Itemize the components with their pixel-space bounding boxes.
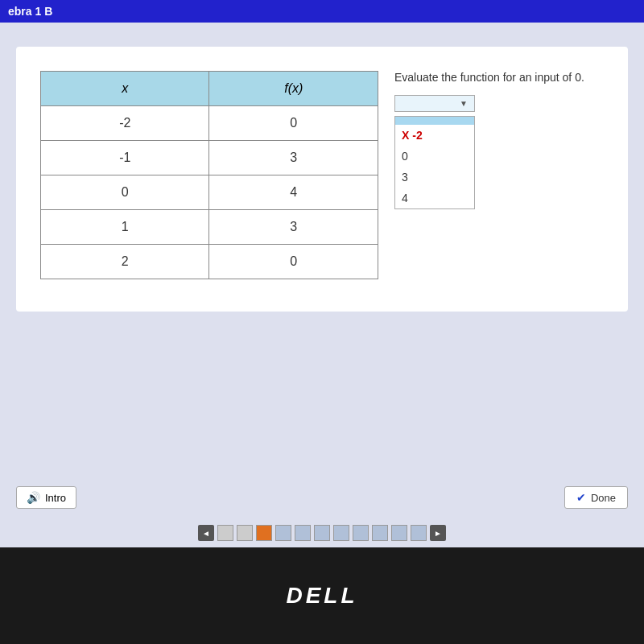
table-cell-x-1: -1 <box>41 141 209 175</box>
dropdown-option-0[interactable]: 0 <box>395 146 474 167</box>
table-row: -1 3 <box>41 141 378 175</box>
table-header-x: x <box>41 72 209 106</box>
nav-next-button[interactable]: ► <box>430 525 446 541</box>
nav-dot-11[interactable] <box>411 525 427 541</box>
dropdown-trigger[interactable]: ▼ <box>394 95 475 112</box>
table-cell-fx-4: 0 <box>209 245 378 279</box>
dropdown-option-empty[interactable] <box>395 117 474 125</box>
intro-button[interactable]: 🔊 Intro <box>16 486 76 509</box>
title-text: ebra 1 B <box>8 5 52 18</box>
intro-button-label: Intro <box>45 492 66 504</box>
bottom-bar: 🔊 Intro ✔ Done <box>0 480 644 515</box>
nav-dot-8[interactable] <box>353 525 369 541</box>
table-header-fx: f(x) <box>209 72 378 106</box>
done-button[interactable]: ✔ Done <box>564 486 628 509</box>
check-icon: ✔ <box>576 491 586 504</box>
table-cell-fx-0: 0 <box>209 106 378 141</box>
table-cell-x-4: 2 <box>41 245 209 279</box>
title-bar: ebra 1 B <box>0 0 644 23</box>
speaker-icon: 🔊 <box>27 491 40 504</box>
done-button-label: Done <box>591 492 616 504</box>
nav-bar: ◄ ► <box>0 518 644 547</box>
taskbar: DELL <box>0 547 644 644</box>
chevron-down-icon: ▼ <box>460 99 468 108</box>
instruction-text: Evaluate the function for an input of 0. <box>394 71 584 84</box>
table-cell-x-2: 0 <box>41 175 209 210</box>
table-row: 2 0 <box>41 245 378 279</box>
table-cell-x-3: 1 <box>41 210 209 245</box>
nav-dot-4[interactable] <box>275 525 291 541</box>
nav-dot-7[interactable] <box>333 525 349 541</box>
table-cell-fx-3: 3 <box>209 210 378 245</box>
dropdown-list: X -2 0 3 4 <box>394 116 475 209</box>
nav-dot-3[interactable] <box>256 525 272 541</box>
nav-dot-10[interactable] <box>391 525 407 541</box>
table-cell-x-0: -2 <box>41 106 209 141</box>
table-cell-fx-2: 4 <box>209 175 378 210</box>
table-row: 0 4 <box>41 175 378 210</box>
dropdown-option-4[interactable]: 4 <box>395 188 474 208</box>
nav-dot-5[interactable] <box>295 525 311 541</box>
table-cell-fx-1: 3 <box>209 141 378 175</box>
content-card: Evaluate the function for an input of 0.… <box>16 47 628 312</box>
dell-logo: DELL <box>286 583 357 609</box>
nav-dot-6[interactable] <box>314 525 330 541</box>
nav-dot-2[interactable] <box>237 525 253 541</box>
nav-dot-9[interactable] <box>372 525 388 541</box>
table-row: 1 3 <box>41 210 378 245</box>
dropdown-option-x-minus-2[interactable]: X -2 <box>395 125 474 146</box>
dropdown-option-3[interactable]: 3 <box>395 167 474 188</box>
nav-dot-1[interactable] <box>217 525 233 541</box>
function-table: x f(x) -2 0 -1 3 0 4 1 3 <box>40 71 378 279</box>
table-row: -2 0 <box>41 106 378 141</box>
nav-prev-button[interactable]: ◄ <box>198 525 214 541</box>
dropdown-container: ▼ X -2 0 3 4 <box>394 95 475 112</box>
